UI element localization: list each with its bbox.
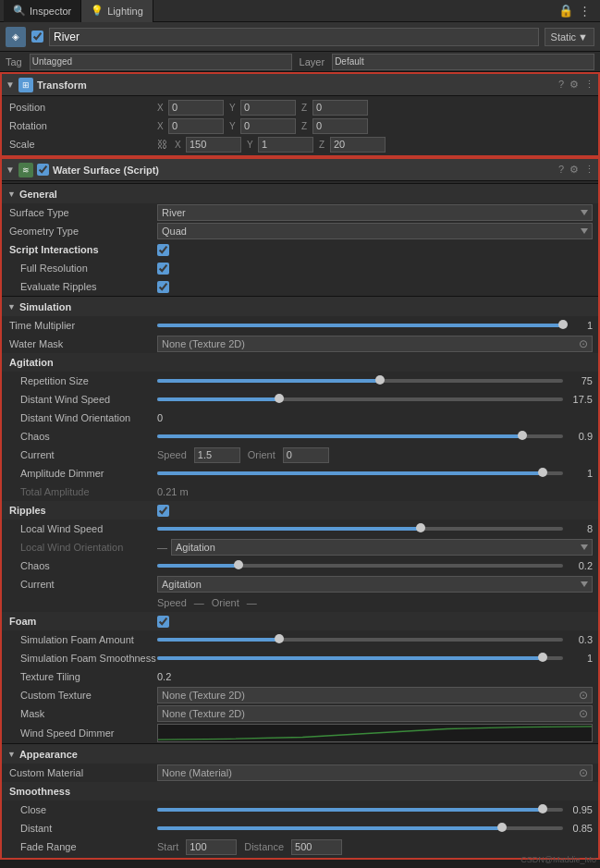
fade-start-input[interactable] xyxy=(186,839,237,855)
water-surface-enable-checkbox[interactable] xyxy=(37,164,49,176)
custom-texture-picker[interactable]: None (Texture 2D) ⊙ xyxy=(157,687,593,703)
pos-x-input[interactable] xyxy=(168,100,224,116)
water-help-icon[interactable]: ? xyxy=(558,164,564,176)
layer-select[interactable]: Default xyxy=(332,54,594,70)
fade-distance-input[interactable] xyxy=(291,839,342,855)
agitation-chaos-row: Chaos 0.9 xyxy=(2,427,598,446)
tag-select[interactable]: Untagged xyxy=(30,54,292,70)
sim-foam-amount-row: Simulation Foam Amount 0.3 xyxy=(2,630,598,649)
foam-enable-checkbox[interactable] xyxy=(157,616,169,628)
ripples-current-row: Current Agitation xyxy=(2,575,598,593)
transform-icon: ⊞ xyxy=(18,78,33,92)
water-menu-icon[interactable]: ⋮ xyxy=(584,164,594,176)
sim-foam-amount-slider[interactable] xyxy=(157,638,563,642)
water-mask-row: Water Mask None (Texture 2D) ⊙ xyxy=(2,335,598,353)
object-name-input[interactable] xyxy=(49,28,539,46)
rot-x-input[interactable] xyxy=(168,118,224,134)
transform-settings-icon[interactable]: ⚙ xyxy=(569,79,579,91)
general-section-header[interactable]: ▼ General xyxy=(2,183,598,203)
script-interactions-checkbox[interactable] xyxy=(157,244,169,256)
distant-wind-orientation-row: Distant Wind Orientation 0 xyxy=(2,409,598,427)
ripples-current-dropdown[interactable]: Agitation xyxy=(157,576,593,593)
fade-start-label: Start xyxy=(157,841,178,852)
local-wind-orientation-dropdown[interactable]: Agitation xyxy=(171,539,593,556)
appearance-caret: ▼ xyxy=(7,750,16,759)
water-mask-picker[interactable]: None (Texture 2D) ⊙ xyxy=(157,336,593,352)
ripples-label: Ripples xyxy=(9,505,157,516)
current-orient-input[interactable] xyxy=(283,447,329,463)
texture-tiling-label: Texture Tiling xyxy=(9,671,157,682)
local-wind-speed-slider[interactable] xyxy=(157,527,563,531)
scale-y-label: Y xyxy=(247,140,256,150)
evaluate-ripples-checkbox[interactable] xyxy=(157,281,169,293)
wind-speed-dimmer-curve[interactable] xyxy=(157,724,593,742)
geometry-type-row: Geometry Type Quad xyxy=(2,222,598,240)
surface-type-select[interactable]: River xyxy=(157,204,593,221)
static-button[interactable]: Static ▼ xyxy=(545,28,594,46)
amplitude-dimmer-slider[interactable] xyxy=(157,471,563,475)
more-icon[interactable]: ⋮ xyxy=(579,4,591,18)
transform-help-icon[interactable]: ? xyxy=(558,79,564,91)
time-multiplier-row: Time Multiplier 1 xyxy=(2,316,598,335)
amplitude-dimmer-row: Amplitude Dimmer 1 xyxy=(2,464,598,483)
geometry-type-select[interactable]: Quad xyxy=(157,223,593,239)
appearance-label: Appearance xyxy=(19,749,78,760)
time-multiplier-slider[interactable] xyxy=(157,324,563,327)
transform-title: Transform xyxy=(37,79,555,91)
lock-icon[interactable]: 🔒 xyxy=(558,4,573,18)
scale-z-input[interactable] xyxy=(330,137,386,153)
current-speed-input[interactable] xyxy=(194,447,240,463)
object-active-checkbox[interactable] xyxy=(31,31,43,43)
water-mask-label: Water Mask xyxy=(9,338,157,349)
general-caret: ▼ xyxy=(7,189,16,199)
repetition-size-value: 75 xyxy=(567,375,593,386)
full-resolution-checkbox[interactable] xyxy=(157,263,169,275)
tab-lighting[interactable]: 💡 Lighting xyxy=(81,0,153,22)
full-resolution-label: Full Resolution xyxy=(9,263,157,274)
smoothness-close-slider[interactable] xyxy=(157,808,563,812)
foam-header: Foam xyxy=(2,612,598,630)
layer-label: Layer xyxy=(300,56,325,67)
surface-type-label: Surface Type xyxy=(9,207,157,218)
general-body: Surface Type River Geometry Type Quad Sc… xyxy=(2,203,598,296)
evaluate-ripples-row: Evaluate Ripples xyxy=(2,277,598,296)
rot-y-input[interactable] xyxy=(240,118,296,134)
ripples-enable-checkbox[interactable] xyxy=(157,505,169,517)
scale-label: Scale xyxy=(9,139,157,150)
water-surface-header[interactable]: ▼ ≋ Water Surface (Script) ? ⚙ ⋮ xyxy=(2,159,598,181)
agitation-current-row: Current Speed Orient xyxy=(2,446,598,464)
smoothness-distant-slider[interactable] xyxy=(157,826,563,830)
agitation-chaos-slider[interactable] xyxy=(157,434,563,438)
distant-wind-orientation-label: Distant Wind Orientation xyxy=(9,412,157,423)
scale-x-input[interactable] xyxy=(186,137,241,153)
surface-type-row: Surface Type River xyxy=(2,203,598,222)
current-orient-label: Orient xyxy=(248,449,276,460)
smoothness-label: Smoothness xyxy=(9,786,157,797)
appearance-section-header[interactable]: ▼ Appearance xyxy=(2,743,598,764)
transform-menu-icon[interactable]: ⋮ xyxy=(584,79,594,91)
ripples-header: Ripples xyxy=(2,501,598,520)
smoothness-close-value: 0.95 xyxy=(567,804,593,815)
ripples-chaos-label: Chaos xyxy=(9,560,157,571)
foam-mask-row: Mask None (Texture 2D) ⊙ xyxy=(2,704,598,723)
repetition-size-label: Repetition Size xyxy=(9,375,157,386)
water-settings-icon[interactable]: ⚙ xyxy=(569,164,579,176)
sim-foam-smoothness-slider[interactable] xyxy=(157,656,563,660)
total-amplitude-row: Total Amplitude 0.21 m xyxy=(2,483,598,501)
pos-y-input[interactable] xyxy=(240,100,296,116)
custom-material-picker[interactable]: None (Material) ⊙ xyxy=(157,764,593,781)
foam-mask-picker[interactable]: None (Texture 2D) ⊙ xyxy=(157,705,593,722)
smoothness-close-label: Close xyxy=(9,804,157,815)
local-wind-speed-value: 8 xyxy=(567,523,593,534)
repetition-size-slider[interactable] xyxy=(157,379,563,383)
simulation-section-header[interactable]: ▼ Simulation xyxy=(2,296,598,316)
ripples-chaos-slider[interactable] xyxy=(157,564,563,568)
scale-y-input[interactable] xyxy=(258,137,313,153)
tab-inspector[interactable]: 🔍 Inspector xyxy=(4,0,81,22)
transform-header[interactable]: ▼ ⊞ Transform ? ⚙ ⋮ xyxy=(2,74,598,96)
pos-z-input[interactable] xyxy=(312,100,368,116)
distant-wind-speed-slider[interactable] xyxy=(157,397,563,401)
rot-z-input[interactable] xyxy=(312,118,368,134)
transform-caret: ▼ xyxy=(6,79,15,90)
custom-texture-value: None (Texture 2D) xyxy=(162,690,245,701)
